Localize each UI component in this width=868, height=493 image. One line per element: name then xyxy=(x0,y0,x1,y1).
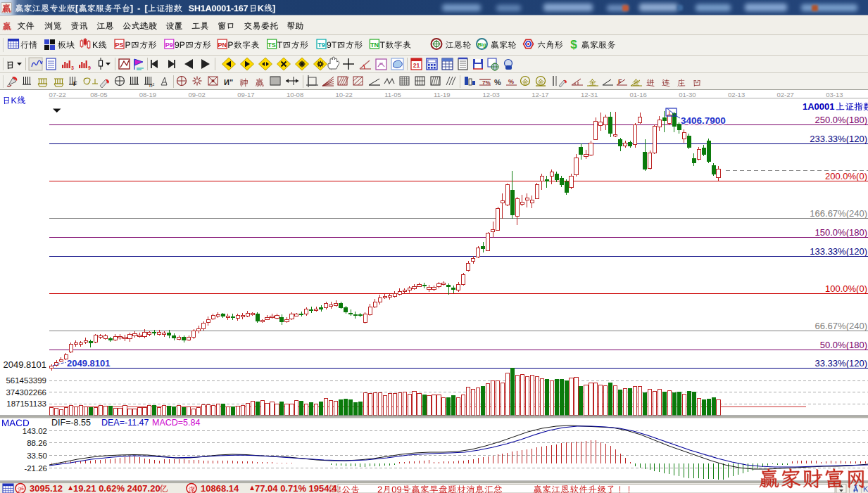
svg-text:33.33%(120): 33.33%(120) xyxy=(815,358,867,369)
svg-text:7%: 7% xyxy=(482,79,491,86)
svg-text:DIF=-8.55: DIF=-8.55 xyxy=(51,418,91,428)
svg-text:02-13: 02-13 xyxy=(728,91,745,98)
svg-text:PN: PN xyxy=(218,41,227,49)
svg-text:И": И" xyxy=(224,78,233,87)
svg-text:02-27: 02-27 xyxy=(777,91,794,98)
svg-text:TS: TS xyxy=(268,41,276,49)
svg-text:08-05: 08-05 xyxy=(90,91,107,98)
svg-text:-21.26: -21.26 xyxy=(24,464,47,473)
svg-text:2049.8101: 2049.8101 xyxy=(67,358,110,369)
svg-text:12-03: 12-03 xyxy=(483,91,500,98)
svg-text:n²: n² xyxy=(149,82,154,89)
svg-text:166.67%(240): 166.67%(240) xyxy=(810,208,867,219)
svg-text:233.33%(120): 233.33%(120) xyxy=(810,134,867,144)
svg-text:10-22: 10-22 xyxy=(336,91,353,98)
svg-text:100.0%(0): 100.0%(0) xyxy=(825,283,867,294)
svg-text:561453399: 561453399 xyxy=(6,376,46,385)
svg-text:250.0%(180): 250.0%(180) xyxy=(815,115,867,125)
svg-text:PS: PS xyxy=(115,41,123,49)
svg-text:12-17: 12-17 xyxy=(532,91,548,98)
svg-text:09-02: 09-02 xyxy=(189,91,206,98)
svg-text:01-16: 01-16 xyxy=(630,91,647,98)
svg-text:2049.8101: 2049.8101 xyxy=(4,359,46,370)
svg-text:%: % xyxy=(494,78,501,87)
svg-text:F: F xyxy=(73,80,77,87)
svg-text:3095.12: 3095.12 xyxy=(30,483,63,493)
svg-text:MACD=5.84: MACD=5.84 xyxy=(152,418,200,428)
svg-text:P9: P9 xyxy=(165,41,173,49)
svg-text:143.02: 143.02 xyxy=(23,427,47,435)
svg-text:DEA=-11.47: DEA=-11.47 xyxy=(101,418,149,428)
svg-text:21: 21 xyxy=(413,62,420,69)
svg-text:%: % xyxy=(508,78,514,85)
svg-text:187151133: 187151133 xyxy=(6,399,46,408)
svg-text:150.0%(180): 150.0%(180) xyxy=(815,227,867,238)
svg-text:9: 9 xyxy=(88,65,91,70)
svg-text:3406.7900: 3406.7900 xyxy=(681,115,726,126)
svg-text:08-19: 08-19 xyxy=(139,91,156,98)
svg-text:07-22: 07-22 xyxy=(49,91,66,98)
svg-text:200.0%(0): 200.0%(0) xyxy=(825,171,867,181)
svg-text:$: $ xyxy=(570,38,577,51)
svg-text:88.26: 88.26 xyxy=(27,439,47,447)
svg-text:03-13: 03-13 xyxy=(826,91,843,98)
svg-text:11-05: 11-05 xyxy=(384,91,401,98)
svg-text:10868.14: 10868.14 xyxy=(201,483,239,493)
svg-text:3: 3 xyxy=(71,65,74,70)
svg-text:T9: T9 xyxy=(317,41,325,49)
svg-text:01-30: 01-30 xyxy=(679,91,696,98)
svg-text:11-19: 11-19 xyxy=(434,91,451,98)
svg-text:Big: Big xyxy=(477,41,486,48)
svg-text:10-08: 10-08 xyxy=(287,91,303,98)
svg-text:09-17: 09-17 xyxy=(237,91,254,98)
svg-text:50.0%(180): 50.0%(180) xyxy=(820,340,867,350)
svg-text:374302266: 374302266 xyxy=(6,388,46,397)
svg-text:19.21 0.62% 2407.20: 19.21 0.62% 2407.20 xyxy=(73,483,161,493)
svg-text:133.33%(120): 133.33%(120) xyxy=(810,246,867,257)
svg-text:77.04 0.71% 1954.41: 77.04 0.71% 1954.41 xyxy=(255,483,342,493)
svg-text:12-31: 12-31 xyxy=(581,91,598,98)
svg-text:1A0001: 1A0001 xyxy=(803,101,835,112)
svg-text:TN: TN xyxy=(370,41,379,49)
svg-text:33.50: 33.50 xyxy=(27,452,47,460)
svg-text:66.67%(240): 66.67%(240) xyxy=(815,321,867,331)
